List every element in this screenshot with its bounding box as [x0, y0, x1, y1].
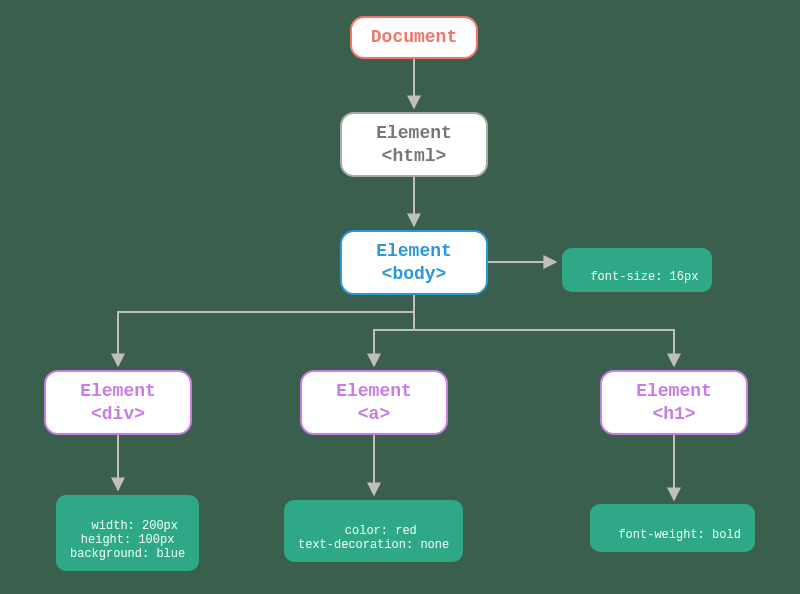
- anno-h1-text: font-weight: bold: [618, 528, 740, 542]
- anno-a-text: color: red text-decoration: none: [298, 524, 449, 552]
- node-body-label2: <body>: [382, 264, 447, 284]
- edge-body-h1: [414, 294, 674, 366]
- node-a: Element <a>: [300, 370, 448, 435]
- edge-body-a: [374, 294, 414, 366]
- anno-div-text: width: 200px height: 100px background: b…: [70, 519, 185, 561]
- node-document: Document: [350, 16, 478, 59]
- node-html-label1: Element: [376, 123, 452, 143]
- node-h1: Element <h1>: [600, 370, 748, 435]
- anno-h1: font-weight: bold: [590, 504, 755, 552]
- edge-body-div: [118, 294, 414, 366]
- node-h1-label1: Element: [636, 381, 712, 401]
- node-div: Element <div>: [44, 370, 192, 435]
- node-a-label1: Element: [336, 381, 412, 401]
- node-html: Element <html>: [340, 112, 488, 177]
- node-body-label1: Element: [376, 241, 452, 261]
- anno-body: font-size: 16px: [562, 248, 712, 292]
- node-html-label2: <html>: [382, 146, 447, 166]
- node-body: Element <body>: [340, 230, 488, 295]
- node-document-label: Document: [371, 27, 457, 47]
- anno-body-text: font-size: 16px: [590, 270, 698, 284]
- node-a-label2: <a>: [358, 404, 390, 424]
- node-div-label2: <div>: [91, 404, 145, 424]
- node-div-label1: Element: [80, 381, 156, 401]
- anno-a: color: red text-decoration: none: [284, 500, 463, 562]
- anno-div: width: 200px height: 100px background: b…: [56, 495, 199, 571]
- node-h1-label2: <h1>: [652, 404, 695, 424]
